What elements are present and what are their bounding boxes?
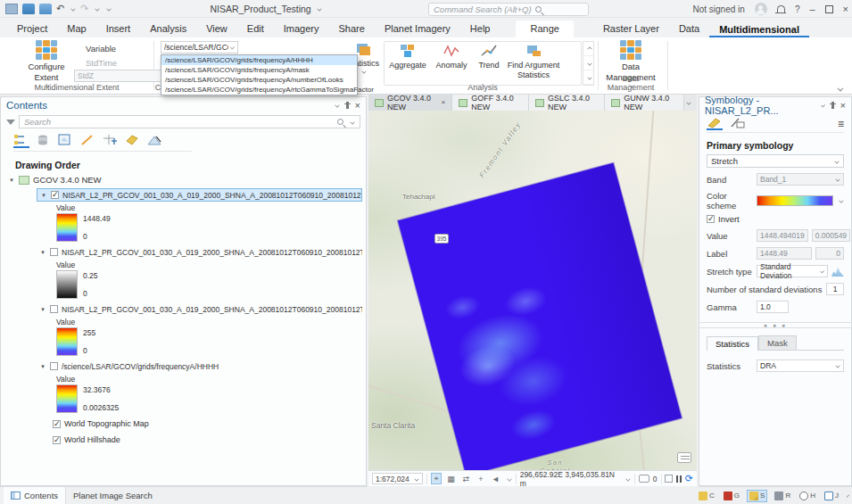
- aggregate-button[interactable]: Aggregate: [387, 43, 428, 70]
- layer-checkbox[interactable]: [50, 305, 58, 313]
- contents-pin-icon[interactable]: [346, 102, 349, 109]
- tab-help[interactable]: Help: [460, 21, 500, 37]
- snap-mode-icon[interactable]: ⌖: [431, 473, 443, 484]
- layer-expander-icon[interactable]: ▾: [39, 249, 46, 256]
- variable-option-rtcgamma[interactable]: /science/LSAR/GCOV/grids/frequencyA/rtcG…: [161, 85, 357, 95]
- undo-dropdown-icon[interactable]: [71, 6, 76, 11]
- symbology-method-combobox[interactable]: Stretch: [707, 154, 844, 168]
- sign-in-status[interactable]: Not signed in: [693, 4, 745, 14]
- map-tab-gslc[interactable]: GSLC 3.4.0 NEW: [529, 95, 605, 111]
- trend-button[interactable]: Trend: [471, 43, 507, 70]
- map-tab-close-icon[interactable]: ×: [442, 99, 446, 106]
- planet-image-search-tab[interactable]: Planet Image Search: [66, 487, 160, 504]
- redo-dropdown-icon[interactable]: [95, 6, 100, 11]
- layer-expander-icon[interactable]: ▾: [39, 363, 46, 370]
- tab-multidimensional[interactable]: Multidimensional: [709, 21, 809, 38]
- refresh-icon[interactable]: ⟳: [685, 473, 693, 484]
- color-scheme-gradient[interactable]: [757, 195, 833, 206]
- layer-row-2[interactable]: ▾ NISAR_L2_PR_GCOV_001_030_A_019_2000_SH…: [37, 245, 362, 259]
- contents-close-icon[interactable]: ×: [355, 101, 360, 111]
- color-scheme-chevron-icon[interactable]: [839, 198, 843, 202]
- undo-icon[interactable]: ↶: [56, 4, 64, 13]
- layer-expander-icon[interactable]: ▾: [40, 192, 47, 199]
- list-by-editing-icon[interactable]: [80, 134, 96, 148]
- map-tab-gcov[interactable]: GCOV 3.4.0 NEW ×: [368, 95, 452, 111]
- tab-imagery[interactable]: Imagery: [274, 21, 329, 37]
- pause-drawing-icon[interactable]: [676, 475, 682, 483]
- gallery-expand-icon[interactable]: [583, 70, 593, 85]
- select-extent-icon[interactable]: [665, 475, 673, 483]
- notifications-icon[interactable]: [777, 5, 785, 13]
- tab-analysis[interactable]: Analysis: [140, 21, 196, 37]
- symbology-options-menu-icon[interactable]: ≡: [838, 118, 844, 130]
- list-by-drawing-order-icon[interactable]: [13, 134, 29, 148]
- gallery-scroll-up-icon[interactable]: [583, 42, 593, 56]
- configure-extent-button[interactable]: Configure Extent: [20, 40, 73, 88]
- tab-project[interactable]: Project: [7, 21, 57, 37]
- contents-menu-chevron-icon[interactable]: [335, 103, 339, 107]
- contents-search-input[interactable]: Search: [19, 115, 360, 128]
- basemap-row-hillshade[interactable]: World Hillshade: [53, 434, 362, 446]
- label-min-field[interactable]: 0: [815, 247, 844, 260]
- symbology-close-icon[interactable]: ×: [840, 101, 846, 111]
- band-combobox[interactable]: Band_1: [757, 173, 844, 186]
- label-max-field[interactable]: 1448.49: [757, 247, 812, 260]
- tab-statistics[interactable]: Statistics: [707, 336, 758, 351]
- basemap-checkbox[interactable]: [53, 436, 61, 444]
- group-layer-row[interactable]: ▾ GCOV 3.4.0 NEW: [8, 174, 366, 186]
- collapse-ribbon-icon[interactable]: [838, 86, 844, 92]
- project-title[interactable]: NISAR_Product_Testing: [210, 4, 321, 14]
- status-tools-chevron-icon[interactable]: [507, 476, 511, 481]
- dock-tab-symbology[interactable]: S: [747, 490, 767, 502]
- list-by-snapping-icon[interactable]: [103, 134, 119, 148]
- tab-insert[interactable]: Insert: [96, 21, 141, 37]
- invert-checkbox[interactable]: [707, 215, 715, 223]
- tab-share[interactable]: Share: [329, 21, 375, 37]
- tab-raster-layer[interactable]: Raster Layer: [593, 21, 669, 37]
- dock-tab-geoprocessing[interactable]: G: [722, 491, 741, 501]
- dock-overflow-icon[interactable]: [847, 494, 849, 497]
- map-coordinates[interactable]: 296,652.92E 3,945,035.81N m: [520, 470, 621, 488]
- tab-data[interactable]: Data: [669, 21, 709, 37]
- basemap-checkbox[interactable]: [53, 420, 61, 428]
- map-tabs-overflow-icon[interactable]: [686, 100, 691, 104]
- gamma-field[interactable]: 1.0: [757, 301, 789, 313]
- open-project-icon[interactable]: [22, 4, 35, 14]
- account-avatar[interactable]: [755, 3, 767, 15]
- list-by-selection-icon[interactable]: [58, 134, 74, 148]
- customize-qat-icon[interactable]: [107, 6, 112, 11]
- layer-checkbox[interactable]: [50, 362, 58, 370]
- list-by-labeling-icon[interactable]: [125, 134, 141, 148]
- layer-expander-icon[interactable]: ▾: [39, 306, 46, 313]
- anomaly-button[interactable]: Anomaly: [431, 43, 472, 70]
- variable-option-hhhh[interactable]: /science/LSAR/GCOV/grids/frequencyA/HHHH: [161, 55, 357, 65]
- save-as-icon[interactable]: [39, 4, 52, 14]
- dock-tab-history[interactable]: H: [798, 491, 817, 501]
- histogram-icon[interactable]: [831, 266, 844, 277]
- tab-mask[interactable]: Mask: [758, 335, 797, 350]
- variable-combobox[interactable]: /science/LSAR/GCOV/g: [161, 41, 238, 54]
- close-button[interactable]: ×: [843, 4, 848, 14]
- map-canvas[interactable]: Antelope Tehachapi Fremont Valley Santa …: [368, 111, 697, 470]
- group-expander-icon[interactable]: ▾: [8, 177, 15, 184]
- contents-search-chevron-icon[interactable]: [350, 120, 354, 124]
- map-overlay-icon[interactable]: [677, 452, 691, 463]
- map-scale-combobox[interactable]: 1:672,024: [372, 473, 423, 484]
- contents-bottom-tab[interactable]: Contents: [4, 487, 66, 504]
- filter-icon[interactable]: [6, 120, 15, 125]
- map-tab-gunw[interactable]: GUNW 3.4.0 NEW: [605, 95, 684, 111]
- variable-option-numberoflooks[interactable]: /science/LSAR/GCOV/grids/frequencyA/numb…: [161, 75, 357, 85]
- dock-tab-journal[interactable]: J: [823, 491, 840, 501]
- gallery-scroll-down-icon[interactable]: [583, 56, 593, 70]
- coordinates-chevron-icon[interactable]: [626, 476, 631, 481]
- tracking-icon[interactable]: ⇄: [460, 473, 472, 484]
- tab-range[interactable]: Range: [516, 21, 573, 37]
- notifications-bubble-icon[interactable]: [639, 475, 649, 483]
- gallery-scrollbar[interactable]: [583, 41, 594, 86]
- layer-row-3[interactable]: ▾ NISAR_L2_PR_GCOV_001_030_A_019_2000_SH…: [37, 302, 362, 316]
- statistics-combobox[interactable]: DRA: [757, 359, 844, 372]
- layer-row-1[interactable]: ▾ NISAR_L2_PR_GCOV_001_030_A_019_2000_SH…: [37, 188, 362, 202]
- layer-checkbox[interactable]: [51, 191, 59, 199]
- list-by-perspective-icon[interactable]: [147, 134, 163, 148]
- layer-checkbox[interactable]: [50, 248, 58, 256]
